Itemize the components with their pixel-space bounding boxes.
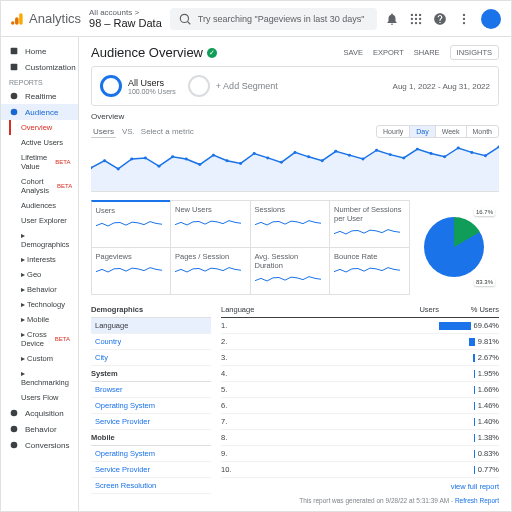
logo[interactable]: Analytics xyxy=(11,11,81,26)
svg-rect-17 xyxy=(11,48,18,55)
svg-rect-1 xyxy=(15,17,19,25)
dim-item-language[interactable]: Language xyxy=(91,318,211,334)
table-row[interactable]: 1.69.64% xyxy=(221,318,499,334)
svg-point-40 xyxy=(293,151,296,154)
nav-sub-cross-device[interactable]: ▸ Cross DeviceBETA xyxy=(1,327,78,351)
visitor-pie-chart[interactable]: 16.7% 83.3% xyxy=(409,200,499,294)
time-tab-month[interactable]: Month xyxy=(467,126,498,137)
time-tab-hourly[interactable]: Hourly xyxy=(377,126,410,137)
nav-sub-cohort-analysis[interactable]: Cohort AnalysisBETA xyxy=(1,174,78,198)
nav-sub-custom[interactable]: ▸ Custom xyxy=(1,351,78,366)
svg-point-31 xyxy=(171,155,174,158)
svg-point-10 xyxy=(419,17,421,19)
dim-item-operating-system[interactable]: Operating System xyxy=(91,398,211,414)
nav-sub-demographics[interactable]: ▸ Demographics xyxy=(1,228,78,252)
svg-point-16 xyxy=(463,21,465,23)
refresh-report-link[interactable]: Refresh Report xyxy=(455,497,499,504)
metric-card-number-of-sessions-per-user[interactable]: Number of Sessions per User xyxy=(329,200,410,248)
metric-card-sessions[interactable]: Sessions xyxy=(250,200,331,248)
nav-home[interactable]: Home xyxy=(1,43,78,59)
account-switcher[interactable]: All accounts > 98 – Raw Data xyxy=(89,8,162,29)
table-row[interactable]: 6.1.46% xyxy=(221,398,499,414)
nav-sub-interests[interactable]: ▸ Interests xyxy=(1,252,78,267)
nav-sub-audiences[interactable]: Audiences xyxy=(1,198,78,213)
nav-sub-overview[interactable]: Overview xyxy=(9,120,78,135)
nav-sub-users-flow[interactable]: Users Flow xyxy=(1,390,78,405)
dim-item-service-provider[interactable]: Service Provider xyxy=(91,462,211,478)
save-button[interactable]: SAVE xyxy=(344,48,363,57)
nav-sub-mobile[interactable]: ▸ Mobile xyxy=(1,312,78,327)
nav-realtime[interactable]: Realtime xyxy=(1,88,78,104)
dim-item-screen-resolution[interactable]: Screen Resolution xyxy=(91,478,211,494)
svg-point-52 xyxy=(457,147,460,150)
nav-acquisition[interactable]: Acquisition xyxy=(1,405,78,421)
nav-audience[interactable]: Audience xyxy=(1,104,78,120)
sparkline-icon xyxy=(334,225,405,241)
product-name: Analytics xyxy=(29,11,81,26)
dim-item-browser[interactable]: Browser xyxy=(91,382,211,398)
dim-item-country[interactable]: Country xyxy=(91,334,211,350)
share-button[interactable]: SHARE xyxy=(414,48,440,57)
nav-sub-benchmarking[interactable]: ▸ Benchmarking xyxy=(1,366,78,390)
more-icon[interactable] xyxy=(457,12,471,26)
svg-point-42 xyxy=(321,159,324,162)
sparkline-icon xyxy=(96,263,167,279)
metric-card-new-users[interactable]: New Users xyxy=(170,200,251,248)
secondary-metric-dropdown[interactable]: Select a metric xyxy=(141,127,194,136)
header-actions xyxy=(385,9,501,29)
user-avatar[interactable] xyxy=(481,9,501,29)
custom-icon xyxy=(9,62,19,72)
svg-point-35 xyxy=(225,159,228,162)
metric-card-users[interactable]: Users xyxy=(91,200,172,248)
report-footer: This report was generated on 9/28/22 at … xyxy=(91,495,499,506)
svg-point-8 xyxy=(411,17,413,19)
svg-point-6 xyxy=(415,13,417,15)
metrics-grid: UsersNew UsersSessionsNumber of Sessions… xyxy=(91,200,409,294)
dimension-list: DemographicsLanguageCountryCitySystemBro… xyxy=(91,302,211,495)
nav-sub-user-explorer[interactable]: User Explorer xyxy=(1,213,78,228)
segment-all-users[interactable]: All Users 100.00% Users xyxy=(100,75,176,97)
metric-card-pageviews[interactable]: Pageviews xyxy=(91,247,172,295)
bell-icon[interactable] xyxy=(385,12,399,26)
svg-point-13 xyxy=(419,21,421,23)
search-bar[interactable]: Try searching "Pageviews in last 30 days… xyxy=(170,8,377,30)
apps-icon[interactable] xyxy=(409,12,423,26)
time-tab-day[interactable]: Day xyxy=(410,126,435,137)
export-button[interactable]: EXPORT xyxy=(373,48,404,57)
time-tab-week[interactable]: Week xyxy=(436,126,467,137)
nav-sub-lifetime-value[interactable]: Lifetime ValueBETA xyxy=(1,150,78,174)
svg-point-48 xyxy=(402,156,405,159)
nav-sub-active-users[interactable]: Active Users xyxy=(1,135,78,150)
table-row[interactable]: 8.1.38% xyxy=(221,430,499,446)
nav-conversions[interactable]: Conversions xyxy=(1,437,78,453)
table-row[interactable]: 10.0.77% xyxy=(221,462,499,478)
users-trend-chart[interactable] xyxy=(91,142,499,192)
nav-sub-geo[interactable]: ▸ Geo xyxy=(1,267,78,282)
table-row[interactable]: 9.0.83% xyxy=(221,446,499,462)
metric-card-avg-session-duration[interactable]: Avg. Session Duration xyxy=(250,247,331,295)
nav-customization[interactable]: Customization xyxy=(1,59,78,75)
insights-button[interactable]: INSIGHTS xyxy=(450,45,499,60)
nav-behavior[interactable]: Behavior xyxy=(1,421,78,437)
dim-item-operating-system[interactable]: Operating System xyxy=(91,446,211,462)
metric-card-bounce-rate[interactable]: Bounce Rate xyxy=(329,247,410,295)
table-row[interactable]: 5.1.66% xyxy=(221,382,499,398)
svg-point-3 xyxy=(180,14,188,22)
nav-sub-technology[interactable]: ▸ Technology xyxy=(1,297,78,312)
nav-sub-behavior[interactable]: ▸ Behavior xyxy=(1,282,78,297)
metric-card-pages-session[interactable]: Pages / Session xyxy=(170,247,251,295)
dim-item-service-provider[interactable]: Service Provider xyxy=(91,414,211,430)
table-row[interactable]: 2.9.81% xyxy=(221,334,499,350)
main-content: Audience Overview ✓ SAVE EXPORT SHARE IN… xyxy=(79,37,511,511)
view-full-report-link[interactable]: view full report xyxy=(221,478,499,495)
add-segment-button[interactable]: + Add Segment xyxy=(188,75,278,97)
svg-point-20 xyxy=(11,109,18,116)
date-range-picker[interactable]: Aug 1, 2022 - Aug 31, 2022 xyxy=(393,82,490,91)
sparkline-icon xyxy=(175,216,246,232)
primary-metric-dropdown[interactable]: Users xyxy=(91,126,116,138)
table-row[interactable]: 4.1.95% xyxy=(221,366,499,382)
dim-item-city[interactable]: City xyxy=(91,350,211,366)
table-row[interactable]: 3.2.67% xyxy=(221,350,499,366)
help-icon[interactable] xyxy=(433,12,447,26)
table-row[interactable]: 7.1.40% xyxy=(221,414,499,430)
